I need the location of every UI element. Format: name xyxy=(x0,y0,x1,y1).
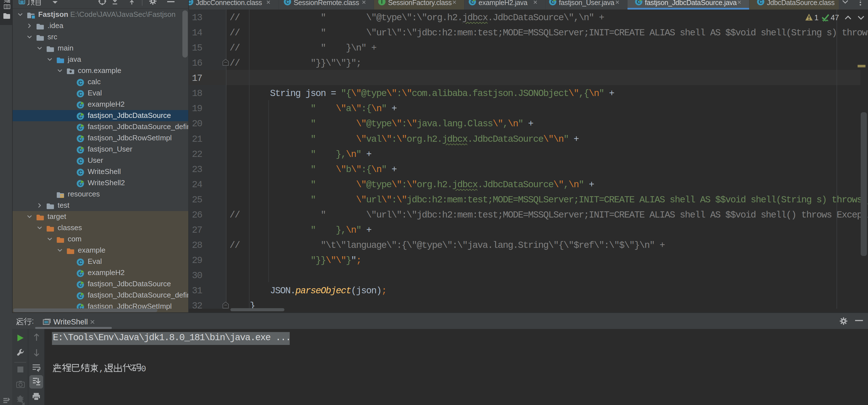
svg-text:C: C xyxy=(79,91,82,97)
svg-text:C: C xyxy=(759,0,763,5)
svg-text:C: C xyxy=(79,170,82,175)
svg-text:C: C xyxy=(79,259,82,265)
svg-text:I: I xyxy=(381,0,382,5)
svg-text:C: C xyxy=(285,0,289,5)
svg-text:C: C xyxy=(79,80,82,86)
svg-text:C: C xyxy=(189,0,192,5)
svg-text:C: C xyxy=(79,158,82,164)
